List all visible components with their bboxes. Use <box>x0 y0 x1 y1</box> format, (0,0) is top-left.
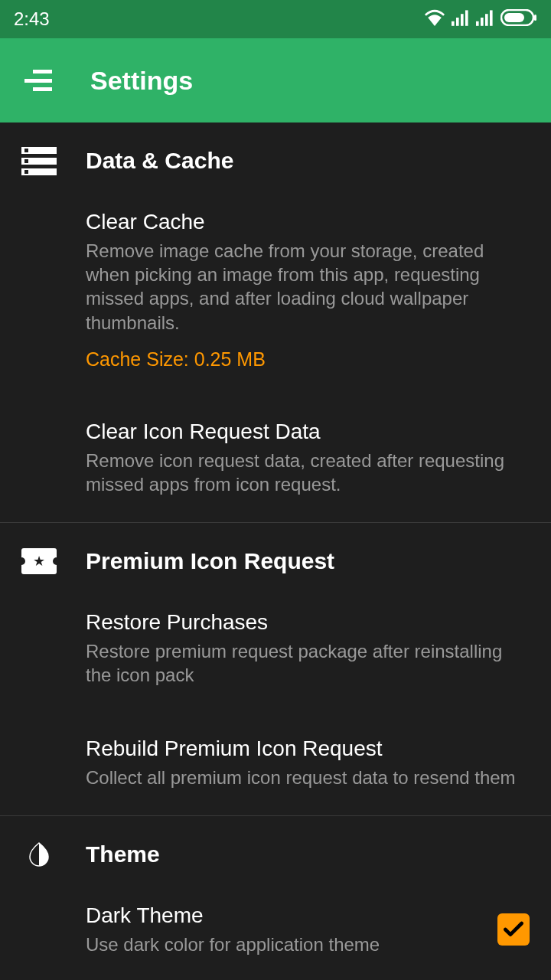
section-title: Data & Cache <box>86 148 233 174</box>
restore-purchases-item[interactable]: Restore Purchases Restore premium reques… <box>0 592 551 705</box>
battery-icon <box>500 9 537 29</box>
signal-icon <box>452 9 470 29</box>
svg-rect-2 <box>461 14 464 26</box>
ticket-icon: ★ <box>21 546 57 577</box>
settings-content: Data & Cache Clear Cache Remove image ca… <box>0 122 551 980</box>
svg-rect-5 <box>481 18 484 26</box>
section-header: Theme <box>0 816 551 885</box>
page-title: Settings <box>90 66 193 96</box>
setting-title: Rebuild Premium Icon Request <box>86 737 530 761</box>
svg-rect-10 <box>534 15 536 21</box>
wifi-icon <box>424 9 445 29</box>
clear-cache-item[interactable]: Clear Cache Remove image cache from your… <box>0 191 551 389</box>
section-premium: ★ Premium Icon Request Restore Purchases… <box>0 523 551 816</box>
storage-icon <box>21 145 57 176</box>
setting-desc: Restore premium request package after re… <box>86 639 530 687</box>
setting-title: Restore Purchases <box>86 610 530 635</box>
dark-theme-item[interactable]: Dark Theme Use dark color for applicatio… <box>0 885 551 975</box>
setting-desc: Use dark color for application theme <box>86 933 497 956</box>
section-title: Premium Icon Request <box>86 548 334 574</box>
svg-rect-7 <box>490 10 493 25</box>
setting-title: Dark Theme <box>86 903 497 928</box>
setting-desc: Remove image cache from your storage, cr… <box>86 239 530 335</box>
setting-desc: Remove icon request data, created after … <box>86 449 530 496</box>
status-time: 2:43 <box>14 8 50 30</box>
section-header: Data & Cache <box>0 122 551 191</box>
hamburger-menu-icon[interactable] <box>24 70 52 91</box>
status-bar: 2:43 <box>0 0 551 38</box>
svg-rect-3 <box>465 10 468 25</box>
contrast-icon <box>21 839 57 870</box>
app-bar: Settings <box>0 38 551 122</box>
rebuild-premium-item[interactable]: Rebuild Premium Icon Request Collect all… <box>0 706 551 808</box>
setting-title: Clear Icon Request Data <box>86 420 530 444</box>
section-header: ★ Premium Icon Request <box>0 523 551 592</box>
cache-size-label: Cache Size: 0.25 MB <box>86 348 530 371</box>
svg-rect-6 <box>485 14 488 26</box>
section-theme: Theme Dark Theme Use dark color for appl… <box>0 816 551 980</box>
status-icons <box>424 9 537 29</box>
signal-icon-2 <box>476 9 494 29</box>
setting-title: Clear Cache <box>86 210 530 234</box>
clear-icon-request-item[interactable]: Clear Icon Request Data Remove icon requ… <box>0 389 551 514</box>
section-data-cache: Data & Cache Clear Cache Remove image ca… <box>0 122 551 523</box>
section-title: Theme <box>86 841 160 867</box>
setting-desc: Collect all premium icon request data to… <box>86 766 530 789</box>
svg-rect-0 <box>452 21 455 26</box>
svg-rect-9 <box>504 13 524 22</box>
svg-rect-4 <box>476 21 479 26</box>
svg-rect-1 <box>456 18 459 26</box>
dark-theme-checkbox[interactable] <box>497 913 530 946</box>
